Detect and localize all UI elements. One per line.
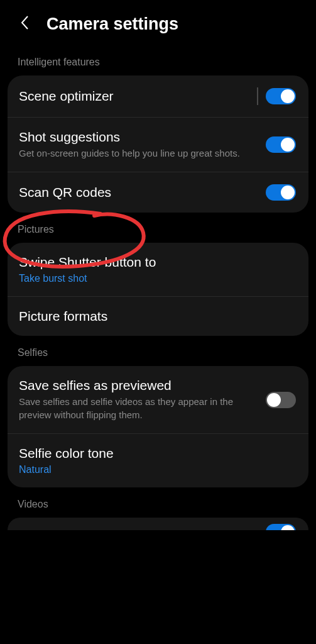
shot-suggestions-subtitle: Get on-screen guides to help you line up… [19,147,266,160]
section-label-intelligent: Intelligent features [0,45,316,75]
shot-suggestions-toggle[interactable] [266,136,296,153]
row-save-previewed[interactable]: Save selfies as previewed Save selfies a… [8,366,308,434]
divider-icon [257,87,258,105]
row-shot-suggestions[interactable]: Shot suggestions Get on-screen guides to… [8,118,308,172]
shot-suggestions-title: Shot suggestions [19,130,266,145]
videos-toggle-partial[interactable] [266,524,296,530]
card-intelligent-features: Scene optimizer Shot suggestions Get on-… [8,75,308,213]
swipe-shutter-title: Swipe Shutter button to [19,255,296,270]
color-tone-value: Natural [19,464,296,475]
save-previewed-subtitle: Save selfies and selfie videos as they a… [19,396,266,421]
section-label-selfies: Selfies [0,336,316,366]
row-scan-qr[interactable]: Scan QR codes [8,172,308,213]
card-selfies: Save selfies as previewed Save selfies a… [8,366,308,487]
row-picture-formats[interactable]: Picture formats [8,297,308,336]
picture-formats-title: Picture formats [19,309,296,324]
section-label-videos: Videos [0,487,316,518]
scene-optimizer-toggle[interactable] [266,88,296,104]
save-previewed-title: Save selfies as previewed [19,378,266,393]
section-label-pictures: Pictures [0,213,316,243]
row-color-tone[interactable]: Selfie color tone Natural [8,434,308,487]
row-scene-optimizer[interactable]: Scene optimizer [8,75,308,118]
color-tone-title: Selfie color tone [19,446,296,461]
scan-qr-title: Scan QR codes [19,185,266,200]
scene-optimizer-title: Scene optimizer [19,89,257,104]
card-pictures: Swipe Shutter button to Take burst shot … [8,243,308,336]
scan-qr-toggle[interactable] [266,184,296,201]
save-previewed-toggle[interactable] [266,392,296,408]
page-title: Camera settings [46,14,178,34]
row-swipe-shutter[interactable]: Swipe Shutter button to Take burst shot [8,243,308,297]
swipe-shutter-value: Take burst shot [19,273,296,284]
back-icon[interactable] [19,14,31,34]
card-videos [8,518,308,530]
